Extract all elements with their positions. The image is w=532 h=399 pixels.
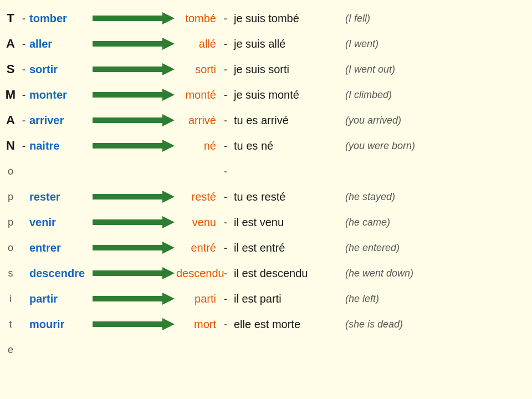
arrow-container: [90, 63, 176, 75]
letter-cell: o: [3, 242, 18, 254]
dash-separator-2: -: [221, 140, 231, 152]
past-participle: mort: [176, 318, 221, 331]
verb-infinitive: venir: [29, 216, 90, 229]
arrow-container: [90, 89, 176, 101]
arrow-icon: [93, 12, 175, 24]
letter-cell: S: [3, 62, 18, 76]
arrow-icon: [93, 63, 175, 75]
example-sentence: je suis sorti: [231, 63, 339, 76]
dash-separator: -: [18, 63, 29, 76]
example-sentence: il est venu: [231, 216, 339, 229]
letter-cell: e: [3, 344, 18, 356]
table-row: A-allerallé-je suis allé(I went): [3, 31, 532, 57]
table-row: N-naitrené-tu es né(you were born): [3, 133, 532, 158]
arrow-container: [90, 38, 176, 50]
table-row: oentrerentré-il est entré(he entered): [3, 235, 532, 260]
table-row: A-arriverarrivé-tu es arrivé(you arrived…: [3, 108, 532, 133]
dash-separator: -: [18, 114, 29, 127]
translation: (he entered): [339, 242, 532, 254]
dash-separator-2: -: [221, 318, 231, 331]
arrow-icon: [93, 38, 175, 50]
dash-separator-2: -: [221, 63, 231, 76]
table-row: M-montermonté-je suis monté(I climbed): [3, 82, 532, 108]
arrow-container: [90, 293, 176, 305]
translation: (he came): [339, 217, 532, 228]
example-sentence: je suis tombé: [231, 12, 339, 25]
table-row: tmourirmort-elle est morte(she is dead): [3, 311, 532, 337]
letter-cell: M: [3, 88, 18, 102]
letter-cell: s: [3, 268, 18, 279]
dash-separator-2: -: [221, 114, 231, 127]
verb-infinitive: arriver: [29, 114, 90, 127]
past-participle: venu: [176, 216, 221, 229]
translation: (I climbed): [339, 89, 532, 101]
arrow-container: [90, 216, 176, 228]
past-participle: arrivé: [176, 114, 221, 127]
arrow-container: [90, 191, 176, 203]
verb-infinitive: descendre: [29, 267, 90, 280]
translation: (you were born): [339, 140, 532, 152]
arrow-icon: [93, 267, 175, 279]
verb-infinitive: rester: [29, 191, 90, 203]
table-row: ipartirparti-il est parti(he left): [3, 286, 532, 311]
arrow-icon: [93, 191, 175, 203]
dash-separator-2: -: [221, 165, 231, 178]
arrow-container: [90, 114, 176, 126]
dash-separator: -: [18, 38, 29, 50]
example-sentence: tu es né: [231, 140, 339, 152]
verb-infinitive: partir: [29, 293, 90, 305]
verb-infinitive: mourir: [29, 318, 90, 331]
dash-separator: -: [18, 140, 29, 152]
letter-cell: T: [3, 11, 18, 25]
table-row: S-sortirsorti-je suis sorti(I went out): [3, 57, 532, 82]
example-sentence: tu es resté: [231, 191, 339, 203]
arrow-container: [90, 140, 176, 152]
translation: (I went out): [339, 64, 532, 75]
translation: (he went down): [339, 268, 532, 279]
main-container: T-tombertombé-je suis tombé(I fell)A-all…: [0, 0, 532, 399]
arrow-icon: [93, 89, 175, 101]
translation: (he left): [339, 293, 532, 305]
dash-separator-2: -: [221, 267, 231, 280]
verb-infinitive: entrer: [29, 242, 90, 254]
verb-infinitive: tomber: [29, 12, 90, 25]
letter-cell: A: [3, 113, 18, 127]
example-sentence: il est entré: [231, 242, 339, 254]
verb-infinitive: naitre: [29, 140, 90, 152]
letter-cell: t: [3, 319, 18, 330]
dash-separator-2: -: [221, 191, 231, 203]
example-sentence: elle est morte: [231, 318, 339, 331]
verb-infinitive: sortir: [29, 63, 90, 76]
arrow-icon: [93, 114, 175, 126]
past-participle: tombé: [176, 12, 221, 25]
past-participle: sorti: [176, 63, 221, 76]
past-participle: resté: [176, 191, 221, 203]
arrow-container: [90, 318, 176, 330]
table-row: presterresté-tu es resté(he stayed): [3, 184, 532, 209]
table-row: e: [3, 337, 532, 362]
example-sentence: je suis monté: [231, 89, 339, 101]
dash-separator: -: [18, 12, 29, 25]
past-participle: allé: [176, 38, 221, 50]
past-participle: parti: [176, 293, 221, 305]
dash-separator-2: -: [221, 216, 231, 229]
example-sentence: il est parti: [231, 293, 339, 305]
arrow-icon: [93, 318, 175, 330]
letter-cell: A: [3, 37, 18, 51]
table-row: sdescendredescendu-il est descendu(he we…: [3, 260, 532, 286]
past-participle: descendu: [176, 267, 221, 280]
example-sentence: je suis allé: [231, 38, 339, 50]
past-participle: né: [176, 140, 221, 152]
letter-cell: i: [3, 293, 18, 305]
dash-separator-2: -: [221, 89, 231, 101]
arrow-container: [90, 267, 176, 279]
translation: (she is dead): [339, 319, 532, 330]
table-row: pvenirvenu-il est venu(he came): [3, 209, 532, 235]
example-sentence: tu es arrivé: [231, 114, 339, 127]
arrow-icon: [93, 216, 175, 228]
arrow-icon: [93, 293, 175, 305]
table-row: T-tombertombé-je suis tombé(I fell): [3, 6, 532, 31]
letter-cell: p: [3, 217, 18, 228]
content-area: T-tombertombé-je suis tombé(I fell)A-all…: [0, 6, 532, 393]
translation: (he stayed): [339, 191, 532, 203]
